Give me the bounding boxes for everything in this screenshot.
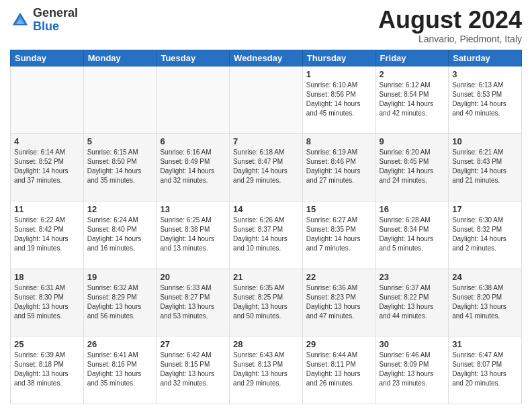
calendar-week-1: 1Sunrise: 6:10 AM Sunset: 8:56 PM Daylig… <box>11 66 522 134</box>
day-info: Sunrise: 6:28 AM Sunset: 8:34 PM Dayligh… <box>380 216 445 253</box>
calendar-cell-2-2: 13Sunrise: 6:25 AM Sunset: 8:38 PM Dayli… <box>157 201 230 269</box>
calendar-cell-1-2: 6Sunrise: 6:16 AM Sunset: 8:49 PM Daylig… <box>157 134 230 201</box>
day-info: Sunrise: 6:36 AM Sunset: 8:23 PM Dayligh… <box>306 283 372 321</box>
calendar-cell-0-5: 2Sunrise: 6:12 AM Sunset: 8:54 PM Daylig… <box>375 66 449 134</box>
day-info: Sunrise: 6:16 AM Sunset: 8:49 PM Dayligh… <box>160 148 226 185</box>
calendar-cell-3-5: 23Sunrise: 6:37 AM Sunset: 8:22 PM Dayli… <box>375 269 449 336</box>
header-sunday: Sunday <box>11 50 84 66</box>
day-number: 28 <box>233 339 299 349</box>
day-number: 30 <box>380 339 445 349</box>
day-info: Sunrise: 6:12 AM Sunset: 8:54 PM Dayligh… <box>380 81 445 118</box>
day-number: 4 <box>14 136 80 146</box>
header-thursday: Thursday <box>302 50 375 66</box>
day-info: Sunrise: 6:46 AM Sunset: 8:09 PM Dayligh… <box>380 351 445 388</box>
day-info: Sunrise: 6:22 AM Sunset: 8:42 PM Dayligh… <box>14 216 80 253</box>
header-friday: Friday <box>375 50 449 66</box>
day-info: Sunrise: 6:14 AM Sunset: 8:52 PM Dayligh… <box>14 148 80 185</box>
day-number: 14 <box>233 204 299 214</box>
day-info: Sunrise: 6:33 AM Sunset: 8:27 PM Dayligh… <box>160 283 226 321</box>
calendar-cell-3-3: 21Sunrise: 6:35 AM Sunset: 8:25 PM Dayli… <box>230 269 303 336</box>
day-info: Sunrise: 6:18 AM Sunset: 8:47 PM Dayligh… <box>233 148 299 185</box>
day-info: Sunrise: 6:26 AM Sunset: 8:37 PM Dayligh… <box>233 216 299 253</box>
day-number: 5 <box>87 136 153 146</box>
day-info: Sunrise: 6:42 AM Sunset: 8:15 PM Dayligh… <box>160 351 226 388</box>
month-title: August 2024 <box>378 7 522 34</box>
day-number: 12 <box>87 204 153 214</box>
calendar-cell-1-3: 7Sunrise: 6:18 AM Sunset: 8:47 PM Daylig… <box>230 134 303 201</box>
calendar-header-row: Sunday Monday Tuesday Wednesday Thursday… <box>11 50 522 66</box>
calendar-cell-1-6: 10Sunrise: 6:21 AM Sunset: 8:43 PM Dayli… <box>449 134 522 201</box>
calendar-cell-0-1 <box>83 66 157 134</box>
calendar-cell-4-3: 28Sunrise: 6:43 AM Sunset: 8:13 PM Dayli… <box>230 336 303 404</box>
logo-text: General Blue <box>33 7 78 34</box>
calendar-cell-1-4: 8Sunrise: 6:19 AM Sunset: 8:46 PM Daylig… <box>302 134 375 201</box>
day-info: Sunrise: 6:27 AM Sunset: 8:35 PM Dayligh… <box>306 216 372 253</box>
day-number: 6 <box>160 136 226 146</box>
day-info: Sunrise: 6:44 AM Sunset: 8:11 PM Dayligh… <box>306 351 372 388</box>
day-number: 23 <box>380 272 445 282</box>
logo-icon <box>10 10 30 30</box>
day-number: 19 <box>87 272 153 282</box>
logo: General Blue <box>10 7 78 34</box>
day-number: 16 <box>380 204 445 214</box>
day-info: Sunrise: 6:31 AM Sunset: 8:30 PM Dayligh… <box>14 283 80 321</box>
day-info: Sunrise: 6:21 AM Sunset: 8:43 PM Dayligh… <box>452 148 518 185</box>
day-info: Sunrise: 6:15 AM Sunset: 8:50 PM Dayligh… <box>87 148 153 185</box>
calendar-cell-4-0: 25Sunrise: 6:39 AM Sunset: 8:18 PM Dayli… <box>11 336 84 404</box>
day-number: 26 <box>87 339 153 349</box>
day-info: Sunrise: 6:20 AM Sunset: 8:45 PM Dayligh… <box>380 148 445 185</box>
day-number: 18 <box>14 272 80 282</box>
day-number: 31 <box>452 339 518 349</box>
day-number: 15 <box>306 204 372 214</box>
calendar-week-5: 25Sunrise: 6:39 AM Sunset: 8:18 PM Dayli… <box>11 336 522 404</box>
calendar-cell-2-0: 11Sunrise: 6:22 AM Sunset: 8:42 PM Dayli… <box>11 201 84 269</box>
day-info: Sunrise: 6:43 AM Sunset: 8:13 PM Dayligh… <box>233 351 299 388</box>
day-number: 22 <box>306 272 372 282</box>
calendar-cell-0-3 <box>230 66 303 134</box>
calendar-week-3: 11Sunrise: 6:22 AM Sunset: 8:42 PM Dayli… <box>11 201 522 269</box>
calendar-cell-3-0: 18Sunrise: 6:31 AM Sunset: 8:30 PM Dayli… <box>11 269 84 336</box>
calendar-week-2: 4Sunrise: 6:14 AM Sunset: 8:52 PM Daylig… <box>11 134 522 201</box>
day-number: 8 <box>306 136 372 146</box>
day-number: 1 <box>306 69 372 79</box>
calendar-cell-2-1: 12Sunrise: 6:24 AM Sunset: 8:40 PM Dayli… <box>83 201 157 269</box>
day-info: Sunrise: 6:47 AM Sunset: 8:07 PM Dayligh… <box>452 351 518 388</box>
logo-general: General <box>33 7 78 20</box>
day-number: 21 <box>233 272 299 282</box>
day-info: Sunrise: 6:32 AM Sunset: 8:29 PM Dayligh… <box>87 283 153 321</box>
calendar-cell-1-5: 9Sunrise: 6:20 AM Sunset: 8:45 PM Daylig… <box>375 134 449 201</box>
page: General Blue August 2024 Lanvario, Piedm… <box>0 0 532 411</box>
subtitle: Lanvario, Piedmont, Italy <box>378 34 522 44</box>
calendar-cell-0-6: 3Sunrise: 6:13 AM Sunset: 8:53 PM Daylig… <box>449 66 522 134</box>
day-info: Sunrise: 6:25 AM Sunset: 8:38 PM Dayligh… <box>160 216 226 253</box>
calendar-cell-2-4: 15Sunrise: 6:27 AM Sunset: 8:35 PM Dayli… <box>302 201 375 269</box>
day-info: Sunrise: 6:24 AM Sunset: 8:40 PM Dayligh… <box>87 216 153 253</box>
day-info: Sunrise: 6:39 AM Sunset: 8:18 PM Dayligh… <box>14 351 80 388</box>
calendar-cell-2-6: 17Sunrise: 6:30 AM Sunset: 8:32 PM Dayli… <box>449 201 522 269</box>
logo-blue: Blue <box>33 20 78 34</box>
calendar-cell-3-1: 19Sunrise: 6:32 AM Sunset: 8:29 PM Dayli… <box>83 269 157 336</box>
header: General Blue August 2024 Lanvario, Piedm… <box>10 7 522 44</box>
day-number: 7 <box>233 136 299 146</box>
calendar-week-4: 18Sunrise: 6:31 AM Sunset: 8:30 PM Dayli… <box>11 269 522 336</box>
day-number: 13 <box>160 204 226 214</box>
header-tuesday: Tuesday <box>157 50 230 66</box>
calendar-cell-3-6: 24Sunrise: 6:38 AM Sunset: 8:20 PM Dayli… <box>449 269 522 336</box>
day-number: 9 <box>380 136 445 146</box>
day-number: 24 <box>452 272 518 282</box>
calendar-cell-2-3: 14Sunrise: 6:26 AM Sunset: 8:37 PM Dayli… <box>230 201 303 269</box>
day-info: Sunrise: 6:10 AM Sunset: 8:56 PM Dayligh… <box>306 81 372 118</box>
day-number: 2 <box>380 69 445 79</box>
calendar-cell-0-4: 1Sunrise: 6:10 AM Sunset: 8:56 PM Daylig… <box>302 66 375 134</box>
calendar-cell-2-5: 16Sunrise: 6:28 AM Sunset: 8:34 PM Dayli… <box>375 201 449 269</box>
calendar-cell-0-2 <box>157 66 230 134</box>
calendar-cell-0-0 <box>11 66 84 134</box>
day-number: 20 <box>160 272 226 282</box>
day-info: Sunrise: 6:41 AM Sunset: 8:16 PM Dayligh… <box>87 351 153 388</box>
day-number: 29 <box>306 339 372 349</box>
calendar-cell-3-4: 22Sunrise: 6:36 AM Sunset: 8:23 PM Dayli… <box>302 269 375 336</box>
day-info: Sunrise: 6:19 AM Sunset: 8:46 PM Dayligh… <box>306 148 372 185</box>
calendar-cell-3-2: 20Sunrise: 6:33 AM Sunset: 8:27 PM Dayli… <box>157 269 230 336</box>
day-number: 10 <box>452 136 518 146</box>
day-number: 11 <box>14 204 80 214</box>
